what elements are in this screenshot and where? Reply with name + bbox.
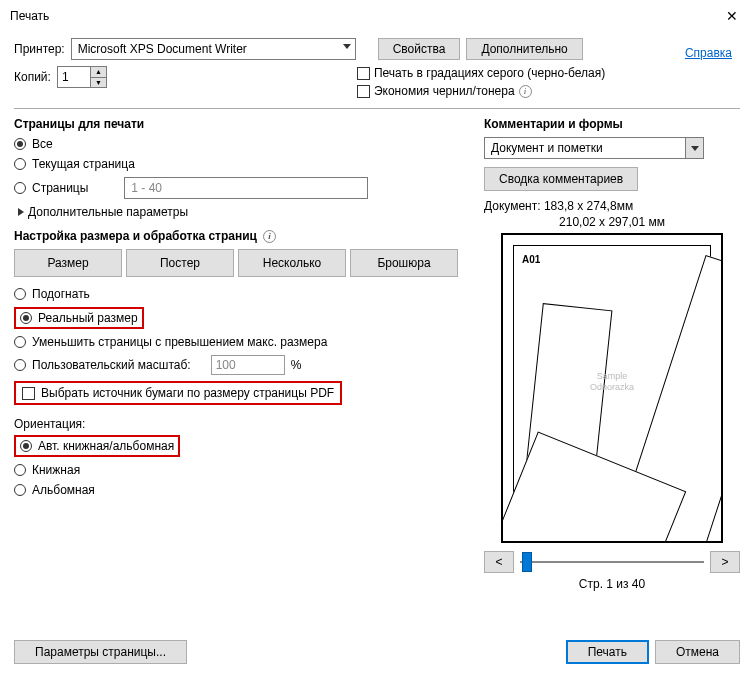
tab-booklet[interactable]: Брошюра [350, 249, 458, 277]
expand-icon[interactable] [18, 208, 24, 216]
close-icon[interactable]: ✕ [718, 6, 746, 26]
pages-current-radio[interactable] [14, 158, 26, 170]
custom-scale-radio[interactable] [14, 359, 26, 371]
copies-value: 1 [58, 70, 90, 84]
savetoner-label: Экономия чернил/тонера [374, 84, 515, 98]
properties-button[interactable]: Свойства [378, 38, 461, 60]
custom-scale-input[interactable]: 100 [211, 355, 285, 375]
custom-scale-value: 100 [216, 358, 236, 372]
page-slider[interactable] [520, 551, 704, 573]
pages-range-radio[interactable] [14, 182, 26, 194]
preview-sheet-label: A01 [522, 254, 540, 265]
savetoner-checkbox[interactable] [357, 85, 370, 98]
orientation-portrait-radio[interactable] [14, 464, 26, 476]
help-link[interactable]: Справка [685, 46, 732, 60]
shrink-radio[interactable] [14, 336, 26, 348]
comments-heading: Комментарии и формы [484, 117, 740, 131]
pages-heading: Страницы для печати [14, 117, 474, 131]
comments-combo[interactable]: Документ и пометки [484, 137, 704, 159]
printer-label: Принтер: [14, 42, 65, 56]
orientation-heading: Ориентация: [14, 417, 474, 431]
document-dimensions-label: Документ: 183,8 x 274,8мм [484, 199, 740, 213]
paper-source-label: Выбрать источник бумаги по размеру стран… [41, 386, 334, 400]
shrink-label: Уменьшить страницы с превышением макс. р… [32, 335, 327, 349]
comments-combo-value: Документ и пометки [491, 141, 603, 155]
cancel-button[interactable]: Отмена [655, 640, 740, 664]
copies-label: Копий: [14, 70, 51, 84]
orientation-portrait-label: Книжная [32, 463, 80, 477]
pages-all-label: Все [32, 137, 53, 151]
orientation-landscape-radio[interactable] [14, 484, 26, 496]
printer-value: Microsoft XPS Document Writer [78, 42, 247, 56]
tab-poster[interactable]: Постер [126, 249, 234, 277]
tab-multiple[interactable]: Несколько [238, 249, 346, 277]
more-options-label[interactable]: Дополнительные параметры [28, 205, 188, 219]
orientation-auto-radio[interactable] [20, 440, 32, 452]
pages-range-input[interactable]: 1 - 40 [124, 177, 368, 199]
grayscale-label: Печать в градациях серого (черно-белая) [374, 66, 605, 80]
pages-all-radio[interactable] [14, 138, 26, 150]
orientation-auto-label: Авт. книжная/альбомная [38, 439, 174, 453]
pages-range-label: Страницы [32, 181, 88, 195]
print-button[interactable]: Печать [566, 640, 649, 664]
grayscale-checkbox[interactable] [357, 67, 370, 80]
fit-radio[interactable] [14, 288, 26, 300]
actual-size-radio[interactable] [20, 312, 32, 324]
orientation-landscape-label: Альбомная [32, 483, 95, 497]
comments-summary-button[interactable]: Сводка комментариев [484, 167, 638, 191]
copies-down-icon[interactable]: ▼ [91, 78, 106, 88]
slider-thumb[interactable] [522, 552, 532, 572]
printer-select[interactable]: Microsoft XPS Document Writer [71, 38, 356, 60]
page-dimensions-label: 210,02 x 297,01 мм [484, 215, 740, 229]
print-preview: A01 SampleOdnorazka [501, 233, 723, 543]
prev-page-button[interactable]: < [484, 551, 514, 573]
paper-source-checkbox[interactable] [22, 387, 35, 400]
info-icon[interactable]: i [263, 230, 276, 243]
page-indicator: Стр. 1 из 40 [484, 577, 740, 591]
next-page-button[interactable]: > [710, 551, 740, 573]
custom-scale-label: Пользовательский масштаб: [32, 358, 191, 372]
pages-range-value: 1 - 40 [131, 181, 162, 195]
page-setup-button[interactable]: Параметры страницы... [14, 640, 187, 664]
copies-up-icon[interactable]: ▲ [91, 67, 106, 78]
sizing-heading: Настройка размера и обработка страниц [14, 229, 257, 243]
fit-label: Подогнать [32, 287, 90, 301]
info-icon[interactable]: i [519, 85, 532, 98]
tab-size[interactable]: Размер [14, 249, 122, 277]
window-title: Печать [10, 9, 49, 23]
chevron-down-icon[interactable] [685, 138, 703, 158]
advanced-button[interactable]: Дополнительно [466, 38, 582, 60]
watermark: SampleOdnorazka [590, 372, 634, 394]
percent-label: % [291, 358, 302, 372]
actual-size-label: Реальный размер [38, 311, 138, 325]
pages-current-label: Текущая страница [32, 157, 135, 171]
copies-input[interactable]: 1 ▲ ▼ [57, 66, 107, 88]
